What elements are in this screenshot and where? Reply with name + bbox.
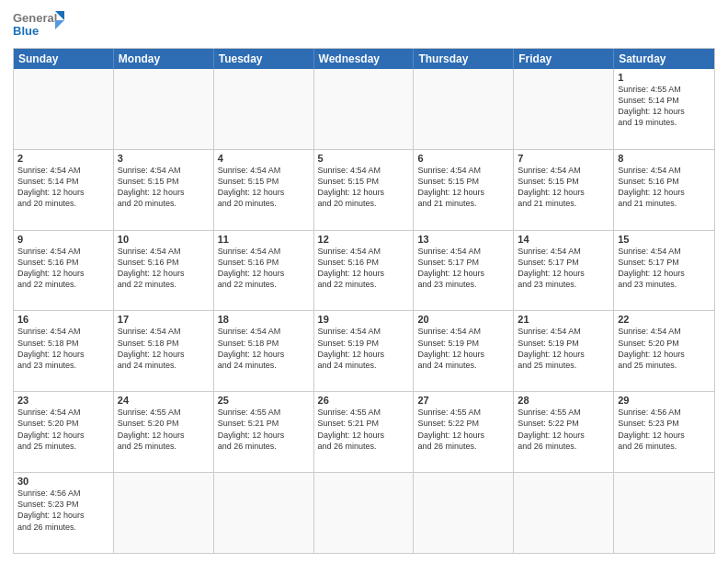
day-number: 6 bbox=[417, 153, 509, 164]
day-info: Sunrise: 4:54 AM Sunset: 5:15 PM Dayligh… bbox=[318, 165, 410, 210]
day-headers-row: SundayMondayTuesdayWednesdayThursdayFrid… bbox=[14, 49, 714, 69]
day-info: Sunrise: 4:54 AM Sunset: 5:17 PM Dayligh… bbox=[417, 246, 509, 291]
day-number: 5 bbox=[318, 153, 410, 164]
day-number: 2 bbox=[17, 153, 109, 164]
day-number: 14 bbox=[518, 234, 609, 245]
day-info: Sunrise: 4:54 AM Sunset: 5:15 PM Dayligh… bbox=[118, 165, 210, 210]
day-header-wednesday: Wednesday bbox=[314, 49, 415, 69]
day-cell: 5Sunrise: 4:54 AM Sunset: 5:15 PM Daylig… bbox=[314, 150, 415, 230]
day-number: 15 bbox=[618, 234, 711, 245]
day-cell: 26Sunrise: 4:55 AM Sunset: 5:21 PM Dayli… bbox=[314, 392, 415, 472]
day-info: Sunrise: 4:54 AM Sunset: 5:17 PM Dayligh… bbox=[518, 246, 609, 291]
week-row-3: 9Sunrise: 4:54 AM Sunset: 5:16 PM Daylig… bbox=[14, 230, 714, 311]
day-cell bbox=[614, 473, 714, 553]
day-cell bbox=[114, 473, 214, 553]
day-info: Sunrise: 4:54 AM Sunset: 5:15 PM Dayligh… bbox=[518, 165, 609, 210]
day-info: Sunrise: 4:54 AM Sunset: 5:16 PM Dayligh… bbox=[218, 246, 310, 291]
day-cell: 15Sunrise: 4:54 AM Sunset: 5:17 PM Dayli… bbox=[614, 231, 714, 311]
day-cell: 19Sunrise: 4:54 AM Sunset: 5:19 PM Dayli… bbox=[314, 311, 415, 391]
day-number: 18 bbox=[218, 314, 310, 325]
day-number: 8 bbox=[618, 153, 711, 164]
day-number: 3 bbox=[118, 153, 210, 164]
day-cell: 13Sunrise: 4:54 AM Sunset: 5:17 PM Dayli… bbox=[414, 231, 514, 311]
day-info: Sunrise: 4:54 AM Sunset: 5:16 PM Dayligh… bbox=[118, 246, 210, 291]
day-cell: 24Sunrise: 4:55 AM Sunset: 5:20 PM Dayli… bbox=[114, 392, 214, 472]
day-info: Sunrise: 4:54 AM Sunset: 5:15 PM Dayligh… bbox=[218, 165, 310, 210]
day-cell: 18Sunrise: 4:54 AM Sunset: 5:18 PM Dayli… bbox=[214, 311, 314, 391]
svg-marker-3 bbox=[55, 20, 64, 29]
day-info: Sunrise: 4:54 AM Sunset: 5:16 PM Dayligh… bbox=[17, 246, 109, 291]
day-cell bbox=[514, 473, 614, 553]
day-cell: 1Sunrise: 4:55 AM Sunset: 5:14 PM Daylig… bbox=[614, 69, 714, 149]
week-row-6: 30Sunrise: 4:56 AM Sunset: 5:23 PM Dayli… bbox=[14, 472, 714, 553]
day-number: 26 bbox=[318, 395, 410, 406]
day-info: Sunrise: 4:54 AM Sunset: 5:17 PM Dayligh… bbox=[618, 246, 711, 291]
day-header-tuesday: Tuesday bbox=[214, 49, 314, 69]
day-cell: 7Sunrise: 4:54 AM Sunset: 5:15 PM Daylig… bbox=[514, 150, 614, 230]
weeks-container: 1Sunrise: 4:55 AM Sunset: 5:14 PM Daylig… bbox=[14, 69, 714, 553]
day-number: 20 bbox=[417, 314, 509, 325]
day-info: Sunrise: 4:55 AM Sunset: 5:21 PM Dayligh… bbox=[218, 407, 310, 452]
logo: GeneralBlue bbox=[13, 9, 68, 42]
day-info: Sunrise: 4:55 AM Sunset: 5:14 PM Dayligh… bbox=[618, 84, 711, 129]
day-number: 9 bbox=[17, 234, 109, 245]
day-cell: 10Sunrise: 4:54 AM Sunset: 5:16 PM Dayli… bbox=[114, 231, 214, 311]
day-info: Sunrise: 4:55 AM Sunset: 5:22 PM Dayligh… bbox=[417, 407, 509, 452]
day-info: Sunrise: 4:56 AM Sunset: 5:23 PM Dayligh… bbox=[618, 407, 711, 452]
day-number: 25 bbox=[218, 395, 310, 406]
day-cell bbox=[514, 69, 614, 149]
day-cell: 27Sunrise: 4:55 AM Sunset: 5:22 PM Dayli… bbox=[414, 392, 514, 472]
day-cell bbox=[214, 69, 314, 149]
day-number: 11 bbox=[218, 234, 310, 245]
day-number: 23 bbox=[17, 395, 109, 406]
day-number: 24 bbox=[118, 395, 210, 406]
day-number: 21 bbox=[518, 314, 609, 325]
day-cell bbox=[414, 473, 514, 553]
day-cell: 17Sunrise: 4:54 AM Sunset: 5:18 PM Dayli… bbox=[114, 311, 214, 391]
svg-text:General: General bbox=[13, 11, 57, 25]
day-number: 29 bbox=[618, 395, 711, 406]
day-info: Sunrise: 4:54 AM Sunset: 5:20 PM Dayligh… bbox=[618, 326, 711, 371]
day-header-sunday: Sunday bbox=[14, 49, 114, 69]
day-cell: 22Sunrise: 4:54 AM Sunset: 5:20 PM Dayli… bbox=[614, 311, 714, 391]
day-info: Sunrise: 4:55 AM Sunset: 5:22 PM Dayligh… bbox=[518, 407, 609, 452]
day-cell: 20Sunrise: 4:54 AM Sunset: 5:19 PM Dayli… bbox=[414, 311, 514, 391]
day-header-monday: Monday bbox=[114, 49, 214, 69]
day-cell bbox=[314, 473, 415, 553]
day-cell: 29Sunrise: 4:56 AM Sunset: 5:23 PM Dayli… bbox=[614, 392, 714, 472]
day-cell: 3Sunrise: 4:54 AM Sunset: 5:15 PM Daylig… bbox=[114, 150, 214, 230]
day-info: Sunrise: 4:54 AM Sunset: 5:16 PM Dayligh… bbox=[618, 165, 711, 210]
day-info: Sunrise: 4:54 AM Sunset: 5:18 PM Dayligh… bbox=[17, 326, 109, 371]
week-row-4: 16Sunrise: 4:54 AM Sunset: 5:18 PM Dayli… bbox=[14, 310, 714, 391]
logo-svg: GeneralBlue bbox=[13, 9, 68, 42]
day-cell: 11Sunrise: 4:54 AM Sunset: 5:16 PM Dayli… bbox=[214, 231, 314, 311]
day-number: 10 bbox=[118, 234, 210, 245]
header: GeneralBlue bbox=[13, 9, 715, 42]
day-info: Sunrise: 4:55 AM Sunset: 5:20 PM Dayligh… bbox=[118, 407, 210, 452]
day-header-friday: Friday bbox=[514, 49, 614, 69]
day-cell: 30Sunrise: 4:56 AM Sunset: 5:23 PM Dayli… bbox=[14, 473, 114, 553]
day-cell: 16Sunrise: 4:54 AM Sunset: 5:18 PM Dayli… bbox=[14, 311, 114, 391]
day-number: 22 bbox=[618, 314, 711, 325]
day-info: Sunrise: 4:54 AM Sunset: 5:18 PM Dayligh… bbox=[218, 326, 310, 371]
day-cell: 25Sunrise: 4:55 AM Sunset: 5:21 PM Dayli… bbox=[214, 392, 314, 472]
day-cell: 28Sunrise: 4:55 AM Sunset: 5:22 PM Dayli… bbox=[514, 392, 614, 472]
day-number: 16 bbox=[17, 314, 109, 325]
day-info: Sunrise: 4:54 AM Sunset: 5:19 PM Dayligh… bbox=[318, 326, 410, 371]
day-cell bbox=[414, 69, 514, 149]
week-row-1: 1Sunrise: 4:55 AM Sunset: 5:14 PM Daylig… bbox=[14, 69, 714, 149]
day-cell: 14Sunrise: 4:54 AM Sunset: 5:17 PM Dayli… bbox=[514, 231, 614, 311]
svg-text:Blue: Blue bbox=[13, 24, 39, 38]
day-cell bbox=[114, 69, 214, 149]
calendar: SundayMondayTuesdayWednesdayThursdayFrid… bbox=[13, 48, 715, 554]
day-cell: 12Sunrise: 4:54 AM Sunset: 5:16 PM Dayli… bbox=[314, 231, 415, 311]
day-number: 19 bbox=[318, 314, 410, 325]
day-cell: 21Sunrise: 4:54 AM Sunset: 5:19 PM Dayli… bbox=[514, 311, 614, 391]
day-info: Sunrise: 4:54 AM Sunset: 5:15 PM Dayligh… bbox=[417, 165, 509, 210]
day-number: 7 bbox=[518, 153, 609, 164]
day-header-thursday: Thursday bbox=[414, 49, 514, 69]
day-number: 27 bbox=[417, 395, 509, 406]
page: GeneralBlue SundayMondayTuesdayWednesday… bbox=[0, 0, 728, 563]
week-row-5: 23Sunrise: 4:54 AM Sunset: 5:20 PM Dayli… bbox=[14, 391, 714, 472]
day-cell: 4Sunrise: 4:54 AM Sunset: 5:15 PM Daylig… bbox=[214, 150, 314, 230]
